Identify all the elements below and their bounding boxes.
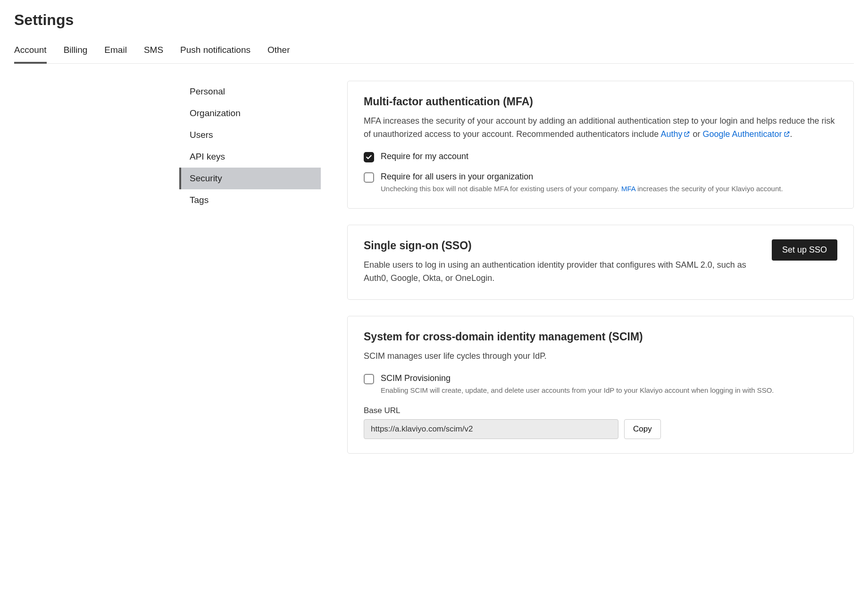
sso-card: Single sign-on (SSO) Enable users to log… [347, 225, 854, 300]
sso-description: Enable users to log in using an authenti… [364, 259, 760, 285]
sso-title: Single sign-on (SSO) [364, 239, 760, 252]
scim-title: System for cross-domain identity managem… [364, 330, 837, 343]
mfa-desc-end: . [790, 129, 793, 139]
tab-sms[interactable]: SMS [144, 40, 163, 64]
scim-card: System for cross-domain identity managem… [347, 316, 854, 454]
require-my-account-label: Require for my account [381, 152, 468, 161]
sidebar-item-users[interactable]: Users [179, 124, 321, 146]
scim-provisioning-checkbox[interactable] [364, 374, 374, 384]
sidebar-item-api-keys[interactable]: API keys [179, 146, 321, 168]
set-up-sso-button[interactable]: Set up SSO [772, 239, 837, 261]
scim-provisioning-label: SCIM Provisioning [381, 373, 774, 383]
main-content: Multi-factor authentication (MFA) MFA in… [347, 81, 854, 470]
tab-account[interactable]: Account [14, 40, 47, 64]
sidebar-item-security[interactable]: Security [179, 168, 321, 189]
mfa-description: MFA increases the security of your accou… [364, 115, 837, 141]
sidebar-item-tags[interactable]: Tags [179, 189, 321, 211]
external-link-icon [784, 128, 790, 135]
tab-push-notifications[interactable]: Push notifications [180, 40, 250, 64]
page-title: Settings [14, 11, 854, 29]
mfa-help-link[interactable]: MFA [621, 185, 635, 193]
tab-email[interactable]: Email [104, 40, 127, 64]
require-all-users-sublabel: Unchecking this box will not disable MFA… [381, 184, 783, 195]
copy-button[interactable]: Copy [624, 419, 661, 439]
sidebar-item-organization[interactable]: Organization [179, 102, 321, 124]
tab-billing[interactable]: Billing [64, 40, 88, 64]
sidebar: Personal Organization Users API keys Sec… [179, 81, 321, 470]
require-all-users-label: Require for all users in your organizati… [381, 172, 783, 182]
tabs: Account Billing Email SMS Push notificat… [14, 40, 854, 64]
authy-link[interactable]: Authy [660, 129, 690, 139]
tab-other[interactable]: Other [267, 40, 290, 64]
sidebar-item-personal[interactable]: Personal [179, 81, 321, 102]
mfa-title: Multi-factor authentication (MFA) [364, 95, 837, 108]
google-authenticator-link[interactable]: Google Authenticator [702, 129, 790, 139]
base-url-label: Base URL [364, 406, 837, 415]
mfa-desc-mid: or [690, 129, 702, 139]
scim-provisioning-sublabel: Enabling SCIM will create, update, and d… [381, 385, 774, 396]
require-my-account-checkbox[interactable] [364, 152, 374, 162]
external-link-icon [684, 128, 690, 135]
scim-description: SCIM manages user life cycles through yo… [364, 350, 837, 363]
mfa-card: Multi-factor authentication (MFA) MFA in… [347, 81, 854, 209]
base-url-input[interactable] [364, 419, 618, 439]
require-all-users-checkbox[interactable] [364, 172, 374, 183]
